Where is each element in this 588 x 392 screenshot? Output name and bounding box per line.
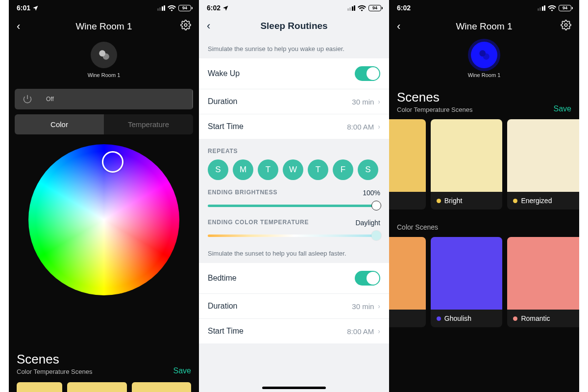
- day-tue[interactable]: T: [258, 159, 278, 180]
- status-time: 6:01: [17, 4, 30, 12]
- scene-swatch: [389, 237, 426, 310]
- location-icon: [32, 5, 39, 11]
- screen-color-picker: 6:01 94 ‹ Wine Room 1 Wine Room 1 Off Co…: [9, 0, 199, 392]
- save-button[interactable]: Save: [173, 366, 191, 375]
- day-sat[interactable]: S: [358, 159, 378, 180]
- scene-dot: [437, 199, 441, 203]
- color-wheel[interactable]: [28, 144, 179, 295]
- svg-point-0: [184, 24, 187, 26]
- room-label: Wine Room 1: [389, 72, 579, 78]
- scene-card-romantic[interactable]: Romantic: [507, 237, 579, 327]
- chevron-right-icon: ›: [378, 123, 380, 131]
- chevron-right-icon: ›: [378, 302, 380, 310]
- screen-sleep-routines: 6:02 94 ‹ Sleep Routines Simulate the su…: [199, 0, 389, 392]
- power-state-label: Off: [40, 89, 193, 109]
- color-temp-slider-thumb[interactable]: [371, 231, 381, 240]
- repeat-days: S M T W T F S: [199, 159, 389, 183]
- scene-card-partial[interactable]: [389, 119, 426, 209]
- scene-swatch: [507, 237, 579, 310]
- sleep-hint: Simulate the sunset to help you fall asl…: [199, 243, 389, 263]
- battery-icon: 94: [559, 5, 571, 11]
- status-bar: 6:02 94: [199, 0, 389, 14]
- scene-card-ghoulish[interactable]: Ghoulish: [431, 237, 503, 327]
- room-icon-button[interactable]: [91, 42, 117, 68]
- bed-duration-label: Duration: [208, 302, 237, 311]
- svg-point-5: [483, 53, 490, 60]
- settings-button[interactable]: [560, 20, 571, 33]
- day-sun[interactable]: S: [208, 159, 228, 180]
- scene-card-bright[interactable]: Bright: [431, 119, 503, 209]
- wake-start-row[interactable]: Start Time 8:00 AM›: [199, 114, 389, 139]
- scene-name: Ghoulish: [444, 314, 471, 322]
- bed-start-label: Start Time: [208, 327, 244, 336]
- power-slider[interactable]: Off: [15, 89, 193, 109]
- scene-swatch: [431, 237, 503, 310]
- brightness-label: ENDING BRIGHTNESS: [208, 189, 277, 197]
- room-icon-button[interactable]: [471, 42, 497, 68]
- bedtime-toggle[interactable]: [355, 271, 380, 286]
- brightness-slider-thumb[interactable]: [371, 201, 381, 210]
- back-button[interactable]: ‹: [397, 20, 409, 33]
- power-icon: [23, 94, 32, 104]
- day-mon[interactable]: M: [233, 159, 253, 180]
- cell-signal-icon: [347, 5, 356, 11]
- scene-thumb[interactable]: [132, 382, 191, 392]
- page-title: Sleep Routines: [219, 21, 369, 31]
- wake-duration-row[interactable]: Duration 30 min›: [199, 89, 389, 114]
- chevron-right-icon: ›: [378, 327, 380, 335]
- scenes-heading: Scenes: [17, 352, 92, 367]
- ct-label: ENDING COLOR TEMPERATURE: [208, 219, 309, 227]
- bed-duration-value: 30 min: [352, 302, 374, 311]
- wake-up-toggle-row: Wake Up: [199, 58, 389, 89]
- scenes-subheading: Color Temperature Scenes: [397, 106, 472, 113]
- scene-dot: [437, 316, 441, 321]
- day-thu[interactable]: T: [308, 159, 328, 180]
- bedtime-toggle-row: Bedtime: [199, 263, 389, 294]
- room-label: Wine Room 1: [9, 72, 199, 78]
- scenes-subheading: Color Temperature Scenes: [17, 368, 92, 375]
- wake-up-label: Wake Up: [208, 69, 240, 78]
- mode-tabs: Color Temperature: [15, 114, 193, 134]
- scene-dot: [513, 199, 517, 203]
- status-bar: 6:02 94: [389, 0, 579, 14]
- gear-icon: [561, 20, 571, 30]
- wifi-icon: [358, 5, 366, 11]
- svg-point-2: [103, 53, 109, 60]
- brightness-slider[interactable]: [208, 205, 380, 207]
- bed-start-row[interactable]: Start Time 8:00 AM›: [199, 319, 389, 343]
- power-button[interactable]: [15, 89, 40, 109]
- scene-swatch: [431, 119, 503, 192]
- scene-thumb[interactable]: [67, 382, 126, 392]
- status-time: 6:02: [397, 4, 411, 12]
- color-temp-slider[interactable]: [208, 235, 380, 237]
- bed-duration-row[interactable]: Duration 30 min›: [199, 294, 389, 319]
- scene-card-energized[interactable]: Energized: [507, 119, 579, 209]
- location-icon: [222, 5, 229, 11]
- gear-icon: [180, 20, 191, 30]
- wifi-icon: [548, 5, 556, 11]
- day-fri[interactable]: F: [333, 159, 353, 180]
- scene-name: Romantic: [521, 314, 550, 322]
- tab-temperature[interactable]: Temperature: [104, 114, 193, 134]
- color-scenes-heading: Color Scenes: [397, 223, 571, 231]
- wake-up-toggle[interactable]: [355, 66, 380, 81]
- settings-button[interactable]: [179, 20, 191, 33]
- cell-signal-icon: [157, 5, 166, 11]
- tab-color[interactable]: Color: [15, 114, 104, 134]
- wake-start-value: 8:00 AM: [347, 123, 374, 131]
- chevron-right-icon: ›: [378, 98, 380, 105]
- home-indicator[interactable]: [262, 387, 326, 389]
- back-button[interactable]: ‹: [17, 20, 28, 33]
- scene-thumb[interactable]: [17, 382, 62, 392]
- scene-card-partial[interactable]: [389, 237, 426, 327]
- battery-icon: 94: [178, 5, 191, 11]
- page-title: Wine Room 1: [409, 21, 560, 32]
- bulb-group-icon: [478, 49, 490, 61]
- status-bar: 6:01 94: [9, 0, 199, 14]
- day-wed[interactable]: W: [283, 159, 303, 180]
- save-button[interactable]: Save: [554, 105, 571, 113]
- svg-point-3: [564, 24, 567, 26]
- scene-name: Bright: [444, 197, 463, 205]
- color-picker-handle[interactable]: [102, 151, 123, 173]
- back-button[interactable]: ‹: [207, 20, 219, 32]
